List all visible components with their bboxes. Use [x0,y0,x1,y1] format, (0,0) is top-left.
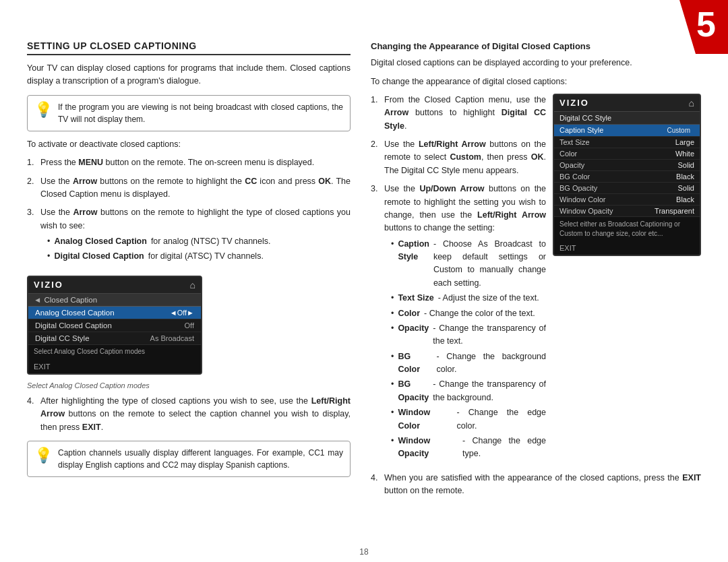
menu-nav-row-left: ◄ Closed Caption [28,294,201,307]
right-step-4-text: When you are satisfied with the appearan… [384,472,701,498]
left-column: SETTING UP CLOSED CAPTIONING Your TV can… [27,40,351,542]
analog-label: Analog Closed Caption [35,309,115,317]
exit-label-left: EXIT [28,360,201,373]
tip-text-1: If the program you are viewing is not be… [58,101,343,125]
row-bg-color: BG Color Black [554,171,700,183]
right-step-2: Use the Left/Right Arrow buttons on the … [371,138,546,177]
home-icon-left: ⌂ [190,280,195,290]
row-text-size: Text Size Large [554,137,700,148]
footer-text-left: Select Analog Closed Caption modes [34,348,145,355]
bullet-window-color: Window Color - Change the edge color. [391,406,546,433]
opacity-label: Opacity [559,161,584,169]
vizio-logo-left: VIZIO [34,280,63,290]
bg-opacity-value: Solid [678,184,694,192]
caption-style-label: Caption Style [559,126,603,134]
menu-label-left: Closed Caption [44,296,195,304]
tip-text-2: Caption channels usually display differe… [58,447,343,471]
window-opacity-label: Window Opacity [559,207,613,215]
tip-box-2: 💡 Caption channels usually display diffe… [27,441,351,477]
style-label: Digital CC Style [35,334,90,342]
text-size-value: Large [675,138,694,146]
bullet-analog: Analog Closed Caption for analog (NTSC) … [47,235,351,248]
bullet-window-opacity: Window Opacity - Change the edge type. [391,435,546,461]
bulb-icon: 💡 [34,102,53,117]
bulb-icon-2: 💡 [34,448,53,463]
analog-value: ◄Off► [170,309,194,317]
arrow-left-icon: ◄ [34,296,41,304]
bullet-caption-style: Caption Style - Choose As Broadcast to k… [391,238,546,290]
row-window-color: Window Color Black [554,194,700,206]
step-1-text: Press the MENU button on the remote. The… [40,156,314,169]
bullet-text-size: Text Size - Adjust the size of the text. [391,292,546,305]
step-4-text: After highlighting the type of closed ca… [40,395,351,434]
screen-mock-left: VIZIO ⌂ ◄ Closed Caption Analog Closed C… [27,276,202,375]
screen-row-analog: Analog Closed Caption ◄Off► [28,307,201,319]
steps-list-left: Press the MENU button on the remote. The… [27,156,351,269]
home-icon-right: ⌂ [689,98,694,108]
footer-text-right: Select either as Broadcast Captioning or… [559,220,680,237]
screen-nav-row-right: Digital CC Style [554,112,700,125]
row-caption-style: Caption Style Custom [554,125,700,137]
digital-label: Digital Closed Caption [35,321,112,330]
right-step-3-text: Use the Up/Down Arrow buttons on the rem… [384,183,546,466]
bullet-bg-color: BG Color - Change the background color. [391,350,546,377]
step4-list: After highlighting the type of closed ca… [27,395,351,434]
right-step-3: Use the Up/Down Arrow buttons on the rem… [371,183,546,466]
step-1: Press the MENU button on the remote. The… [27,156,351,169]
color-label: Color [559,150,577,158]
screen-row-style: Digital CC Style As Broadcast [28,332,201,345]
right-step-1-text: From the Closed Caption menu, use the Ar… [384,94,546,133]
intro-paragraph: Your TV can display closed captions for … [27,62,351,88]
tip-box-1: 💡 If the program you are viewing is not … [27,95,351,131]
screen-footer-left: Select Analog Closed Caption modes [28,345,201,360]
text-size-label: Text Size [559,138,590,146]
nav-label-right: Digital CC Style [559,114,611,122]
page-number-bottom: 18 [359,547,368,557]
bg-opacity-label: BG Opacity [559,184,597,192]
window-color-label: Window Color [559,195,605,204]
bullet-digital: Digital Closed Caption for digital (ATSC… [47,250,351,263]
bullet-bg-opacity: BG Opacity - Change the transparency of … [391,378,546,404]
bullet-color: Color - Change the color of the text. [391,307,546,320]
screen-mock-right: VIZIO ⌂ Digital CC Style Caption Style C… [553,94,701,256]
chapter-number: 5 [696,7,716,42]
style-value: As Broadcast [150,334,194,342]
section-title: SETTING UP CLOSED CAPTIONING [27,40,351,55]
digital-value: Off [185,321,194,330]
window-opacity-value: Transparent [655,207,694,215]
bg-color-value: Black [676,173,694,181]
row-window-opacity: Window Opacity Transparent [554,206,700,217]
row-bg-opacity: BG Opacity Solid [554,183,700,194]
right-intro-2: To change the appearance of digital clos… [371,75,701,88]
screen-caption-left: Select Analog Closed Caption modes [27,381,351,389]
right-intro-1: Digital closed captions can be displayed… [371,57,701,69]
window-color-value: Black [676,195,694,204]
vizio-logo-right: VIZIO [559,98,589,108]
right-column: Changing the Appearance of Digital Close… [371,40,701,542]
screen-footer-right: Select either as Broadcast Captioning or… [554,217,700,241]
step-2-text: Use the Arrow buttons on the remote to h… [40,175,351,201]
caption-style-value: Custom [663,126,694,135]
step-3-text: Use the Arrow buttons on the remote to h… [40,206,351,269]
step-3: Use the Arrow buttons on the remote to h… [27,206,351,269]
color-value: White [675,150,694,158]
screen-header-right: VIZIO ⌂ [554,95,700,112]
bullet-opacity: Opacity - Change the transparency of the… [391,322,546,348]
screen-header-left: VIZIO ⌂ [28,277,201,294]
right-step-2-text: Use the Left/Right Arrow buttons on the … [384,138,546,177]
row-opacity: Opacity Solid [554,160,700,171]
right-step-1: From the Closed Caption menu, use the Ar… [371,94,546,133]
right-heading: Changing the Appearance of Digital Close… [371,40,701,53]
screen-row-digital: Digital Closed Caption Off [28,319,201,332]
exit-label-right: EXIT [554,241,700,255]
row-color: Color White [554,148,700,160]
step-4: After highlighting the type of closed ca… [27,395,351,434]
bg-color-label: BG Color [559,173,590,181]
right-step-4: When you are satisfied with the appearan… [371,472,701,498]
activate-text: To activate or deactivate closed caption… [27,138,351,151]
step-2: Use the Arrow buttons on the remote to h… [27,175,351,201]
opacity-value: Solid [678,161,694,169]
